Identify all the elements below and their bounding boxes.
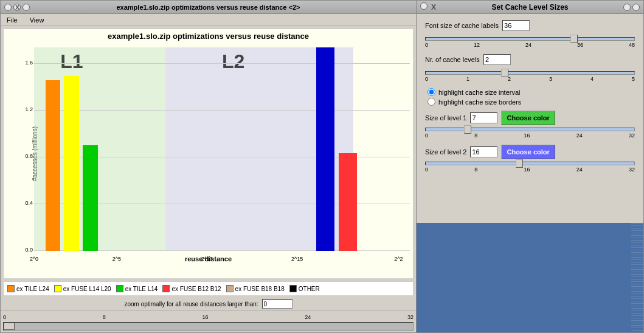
chart-plot: L1 L2 0.0 0.4 0.8 1.2 1.6: [34, 47, 410, 251]
zoom-input[interactable]: [262, 299, 293, 309]
nr-levels-row: Nr. of cache levels: [425, 54, 635, 65]
l2-label: L2: [222, 50, 244, 73]
menu-view[interactable]: View: [26, 15, 48, 25]
level2-slider-track[interactable]: [425, 162, 635, 165]
level1-slider-wrap: 0 8 16 24 32: [425, 128, 635, 139]
level1-slider-track[interactable]: [425, 128, 635, 131]
legend-box-6: [289, 285, 297, 292]
font-size-ticks: 0 12 24 36 48: [425, 42, 635, 48]
legend-box-1: [7, 285, 15, 292]
choose-color-level1-btn[interactable]: Choose color: [501, 111, 555, 125]
font-size-row: Font size of cache labels: [425, 20, 635, 31]
right-content: Font size of cache labels 0 12 24 36 48 …: [417, 14, 643, 223]
l1-label: L1: [60, 50, 83, 73]
nr-levels-ticks: 0 1 2 3 4 5: [425, 76, 635, 82]
y-tick-4: 1.6: [34, 63, 410, 64]
legend-label-2: ex FUSE L14 L20: [63, 286, 111, 292]
legend-box-5: [226, 285, 234, 292]
legend-label-3: ex TILE L14: [125, 286, 158, 292]
max-btn-left[interactable]: [23, 4, 30, 11]
radio-borders-label: highlight cache size borders: [438, 98, 521, 106]
y-tick-3: 1.2: [34, 110, 410, 111]
left-title-x: X: [15, 4, 19, 11]
nr-levels-label: Nr. of cache levels: [425, 56, 480, 63]
level2-slider-wrap: 0 8 16 24 32: [425, 162, 635, 173]
level1-input[interactable]: [470, 112, 497, 123]
close-btn-left[interactable]: [4, 4, 12, 11]
right-titlebar: X Set Cache Level Sizes: [417, 1, 643, 14]
level1-ticks: 0 8 16 24 32: [425, 132, 635, 139]
legend: ex TILE L24 ex FUSE L14 L20 ex TILE L14 …: [3, 281, 414, 296]
level2-section: Size of level 2 Choose color 0 8 16 24 3…: [425, 145, 635, 174]
font-size-input[interactable]: [502, 20, 530, 31]
x-axis-label: reuse distance: [4, 255, 413, 263]
font-size-slider-track[interactable]: [425, 37, 635, 41]
bar-1: [46, 80, 61, 251]
right-close-btn: [420, 2, 428, 12]
radio-interval-label: highlight cache size interval: [438, 89, 521, 96]
level1-label: Size of level 1: [425, 114, 466, 122]
right-bottom-decoration: [417, 223, 643, 332]
level1-slider-thumb[interactable]: [464, 125, 471, 134]
right-bottom-area: [417, 223, 643, 332]
legend-item-2: ex FUSE L14 L20: [54, 285, 111, 292]
radio-row-2: highlight cache size borders: [428, 98, 635, 106]
menu-file[interactable]: File: [3, 15, 21, 25]
left-titlebar: X example1.slo.zip optimizations versus …: [1, 1, 416, 14]
radio-interval[interactable]: [428, 88, 435, 96]
choose-color-level2-btn[interactable]: Choose color: [501, 145, 555, 159]
zoom-row: zoom optimally for all reuse distances l…: [1, 297, 416, 311]
radio-row-1: highlight cache size interval: [428, 88, 635, 96]
scroll-thumb[interactable]: [4, 323, 15, 330]
legend-box-2: [54, 285, 61, 292]
bottom-scrollbar: 0 8 16 24 32: [1, 311, 416, 332]
deco-lines: [631, 223, 643, 332]
font-size-label: Font size of cache labels: [425, 22, 499, 29]
bar-5: [339, 153, 358, 251]
legend-item-3: ex TILE L14: [116, 285, 158, 292]
chart-title: example1.slo.zip optimizations versus re…: [4, 29, 413, 41]
right-window-title: Set Cache Level Sizes: [491, 3, 568, 12]
left-window: X example1.slo.zip optimizations versus …: [0, 0, 417, 333]
level2-input[interactable]: [470, 146, 497, 157]
level2-ticks: 0 8 16 24 32: [425, 166, 635, 173]
legend-item-6: OTHER: [289, 285, 320, 292]
legend-item-5: ex FUSE B18 B18: [226, 285, 285, 292]
level1-section: Size of level 1 Choose color 0 8 16 24 3…: [425, 111, 635, 140]
level2-slider-thumb[interactable]: [516, 159, 523, 168]
bar-2: [64, 76, 79, 251]
legend-item-1: ex TILE L24: [7, 285, 49, 292]
nr-levels-slider-wrap: 0 1 2 3 4 5: [425, 71, 635, 82]
right-window-btns: [623, 4, 640, 11]
nr-levels-slider-thumb[interactable]: [501, 69, 508, 77]
legend-label-4: ex FUSE B12 B12: [171, 286, 221, 292]
right-window: X Set Cache Level Sizes Font size of cac…: [417, 0, 644, 333]
legend-box-4: [162, 285, 170, 292]
bar-4: [316, 47, 335, 251]
scroll-track[interactable]: [3, 322, 414, 331]
nr-levels-input[interactable]: [483, 54, 511, 65]
zoom-label: zoom optimally for all reuse distances l…: [124, 301, 258, 307]
legend-label-1: ex TILE L24: [16, 286, 49, 292]
radio-borders[interactable]: [428, 98, 435, 106]
radio-group: highlight cache size interval highlight …: [428, 88, 635, 106]
bar-3: [83, 145, 98, 251]
legend-box-3: [116, 285, 123, 292]
close-btn-right[interactable]: [420, 2, 428, 10]
legend-label-6: OTHER: [299, 286, 320, 292]
level1-row: Size of level 1 Choose color: [425, 111, 635, 125]
scroll-ticks: 0 8 16 24 32: [3, 314, 414, 321]
level2-row: Size of level 2 Choose color: [425, 145, 635, 159]
left-window-title: example1.slo.zip optimizations versus re…: [116, 4, 300, 11]
right-max-btn[interactable]: [632, 4, 640, 11]
right-min-btn[interactable]: [623, 4, 631, 11]
left-menubar: File View: [1, 14, 416, 26]
right-title-x: X: [431, 3, 436, 12]
font-size-slider-thumb[interactable]: [570, 35, 578, 43]
level2-label: Size of level 2: [425, 148, 466, 156]
nr-levels-slider-track[interactable]: [425, 71, 635, 75]
chart-area: example1.slo.zip optimizations versus re…: [3, 29, 414, 279]
legend-label-5: ex FUSE B18 B18: [235, 286, 285, 292]
font-size-slider-wrap: 0 12 24 36 48: [425, 37, 635, 48]
legend-item-4: ex FUSE B12 B12: [162, 285, 221, 292]
